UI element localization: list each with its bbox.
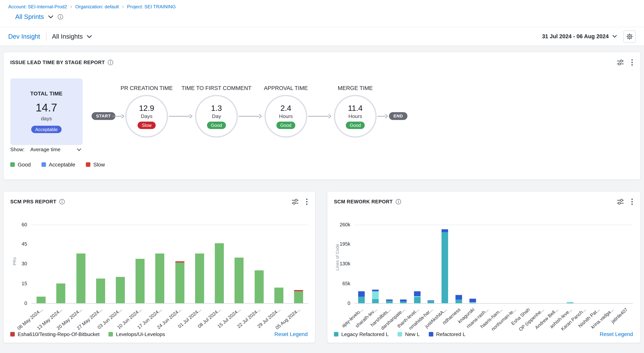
legend-label: Acceptable — [49, 162, 75, 168]
bar-segment[interactable] — [358, 291, 365, 296]
sei-dashboard: Account: SEI-Internal-Prod2 › Organizati… — [0, 0, 644, 353]
bar-segment[interactable] — [254, 270, 264, 303]
bar-segment[interactable] — [294, 292, 303, 303]
bar-segment[interactable] — [37, 296, 46, 303]
bar-segment[interactable] — [175, 263, 184, 303]
x-axis-line — [354, 303, 633, 304]
bar-segment[interactable] — [442, 232, 448, 303]
bar-segment[interactable] — [442, 229, 448, 232]
show-metric-dropdown[interactable]: Show: Average time — [10, 147, 81, 152]
breadcrumb: Account: SEI-Internal-Prod2 › Organizati… — [8, 4, 176, 10]
flow-start-pill: START — [92, 112, 115, 120]
vertical-divider — [46, 32, 46, 40]
bar-segment[interactable] — [456, 300, 462, 303]
rework-bar-chart: 065k130k195k260kajay-levelo...sharath-le… — [328, 191, 640, 342]
insight-selector[interactable]: All Insights — [52, 33, 92, 40]
legend-label: Good — [18, 162, 31, 168]
legend-item-refactored[interactable]: Refactored L — [429, 331, 466, 337]
date-range-label[interactable]: 31 Jul 2024 - 06 Aug 2024 — [542, 33, 609, 40]
breadcrumb-project-link[interactable]: Project: SEI TRAINING — [127, 4, 176, 9]
bar-segment[interactable] — [567, 302, 574, 302]
bar-segment[interactable] — [156, 254, 164, 303]
bar-segment[interactable] — [195, 254, 204, 303]
bar-segment[interactable] — [414, 297, 420, 303]
stage-circle-pr-creation[interactable]: 12.9 Days Slow — [125, 95, 168, 138]
info-icon[interactable] — [108, 60, 114, 65]
legend-label: New L — [405, 331, 420, 337]
stage-rating-badge: Good — [207, 122, 226, 129]
bar-segment[interactable] — [175, 261, 184, 263]
stage-unit: Day — [212, 113, 221, 119]
dev-insight-link[interactable]: Dev Insight — [8, 33, 40, 40]
legend-swatch — [334, 332, 338, 336]
bar-segment[interactable] — [234, 258, 244, 303]
chevron-down-icon[interactable] — [48, 15, 53, 18]
bar-segment[interactable] — [428, 300, 434, 301]
legend-item-repo-bitbucket[interactable]: Esha610/Testing-Repo-Of-Bitbucket — [10, 331, 100, 337]
legend-label: Refactored L — [436, 331, 466, 337]
stage-circle-approval[interactable]: 2.4 Hours Good — [264, 95, 307, 138]
bar-segment[interactable] — [386, 300, 392, 301]
date-range-selector[interactable]: 31 Jul 2024 - 06 Aug 2024 — [542, 33, 617, 40]
reset-legend-link[interactable]: Reset Legend — [274, 331, 308, 337]
bar-segment[interactable] — [274, 288, 284, 303]
insight-selector-label[interactable]: All Insights — [52, 33, 82, 40]
top-header: Account: SEI-Internal-Prod2 › Organizati… — [0, 0, 644, 27]
reset-legend-link[interactable]: Reset Legend — [600, 331, 633, 337]
legend-item-repo-levelops[interactable]: Levelops/Ui-Levelops — [109, 331, 165, 337]
bar-segment[interactable] — [414, 291, 420, 296]
bar-segment[interactable] — [136, 259, 144, 303]
chevron-down-icon[interactable] — [77, 148, 81, 151]
bar-segment[interactable] — [76, 254, 85, 303]
scm-prs-widget: SCM PRS REPORT PRs 01530456006 May 2024.… — [3, 191, 316, 343]
legend-item-new[interactable]: New L — [398, 331, 420, 337]
bar-segment[interactable] — [470, 302, 476, 303]
bar-segment[interactable] — [414, 296, 420, 297]
bar-segment[interactable] — [470, 298, 476, 302]
legend-swatch — [10, 332, 15, 336]
widget-actions — [617, 59, 633, 66]
bar-segment[interactable] — [116, 277, 125, 303]
bar-segment[interactable] — [96, 278, 105, 303]
stage-value: 11.4 — [348, 104, 362, 113]
bar-segment[interactable] — [372, 291, 378, 299]
legend-label: Legacy Refactored L — [341, 331, 388, 337]
x-axis-line — [31, 303, 308, 304]
bar-segment[interactable] — [400, 300, 406, 301]
bar-segment[interactable] — [386, 301, 392, 303]
stage-circle-first-comment[interactable]: 1.3 Day Good — [195, 95, 238, 138]
legend-item-acceptable[interactable]: Acceptable — [41, 162, 75, 168]
bar-segment[interactable] — [215, 243, 224, 303]
bar-segment[interactable] — [56, 284, 66, 303]
bar-segment[interactable] — [372, 299, 378, 303]
legend-item-good[interactable]: Good — [10, 162, 31, 168]
widget-menu-icon[interactable] — [631, 59, 633, 66]
bar-segment[interactable] — [358, 296, 365, 303]
x-tick-label: OP (oppenhe... — [518, 307, 545, 332]
chevron-down-icon[interactable] — [612, 35, 617, 38]
total-time-label: TOTAL TIME — [30, 90, 62, 96]
bar-segment[interactable] — [400, 302, 406, 303]
bar-segment[interactable] — [567, 302, 574, 303]
x-tick-label: nmahida-har... — [408, 307, 434, 331]
insight-settings-button[interactable] — [624, 30, 636, 42]
y-tick-label: 260k — [334, 222, 350, 228]
show-value[interactable]: Average time — [30, 147, 60, 152]
stage-circle-merge[interactable]: 11.4 Hours Good — [334, 95, 377, 138]
breadcrumb-organization-link[interactable]: Organization: default — [75, 4, 119, 9]
bar-segment[interactable] — [372, 290, 378, 291]
bar-segment[interactable] — [456, 295, 462, 300]
breadcrumb-account-link[interactable]: Account: SEI-Internal-Prod2 — [8, 4, 67, 9]
widget-filters-icon[interactable] — [617, 60, 624, 65]
chevron-down-icon[interactable] — [86, 35, 92, 38]
bar-segment[interactable] — [294, 290, 303, 292]
stage-value: 2.4 — [280, 104, 291, 113]
legend-item-slow[interactable]: Slow — [86, 162, 105, 168]
sprint-selector-label[interactable]: All Sprints — [15, 13, 44, 20]
legend-label: Esha610/Testing-Repo-Of-Bitbucket — [18, 331, 100, 337]
legend-item-legacy-refactored[interactable]: Legacy Refactored L — [334, 331, 389, 337]
bar-segment[interactable] — [428, 301, 434, 303]
info-icon[interactable] — [57, 14, 63, 20]
total-time-unit: days — [41, 116, 52, 122]
sprint-selector[interactable]: All Sprints — [15, 13, 63, 20]
